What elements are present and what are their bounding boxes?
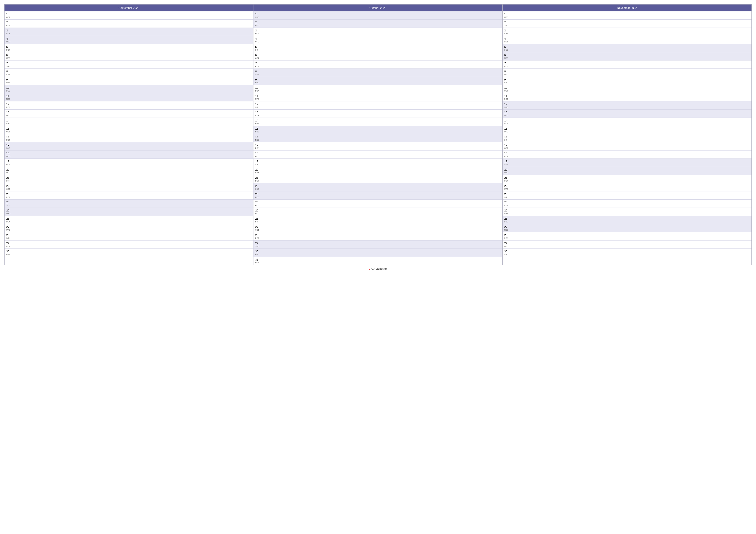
day-row: 25NED [5, 208, 253, 216]
day-number: 16 [6, 135, 252, 139]
day-name: NED [6, 155, 252, 158]
day-number: 3 [504, 29, 751, 33]
day-row: 16PET [5, 134, 253, 142]
day-name: PON [255, 262, 501, 264]
day-row: 2PET [5, 20, 253, 28]
day-name: PON [504, 122, 751, 125]
day-row: 20NED [502, 167, 751, 175]
day-name: UTO [6, 114, 252, 117]
day-number: 7 [255, 62, 501, 65]
day-row: 7PET [254, 61, 502, 69]
day-number: 21 [504, 176, 751, 180]
day-row: 13UTO [5, 110, 253, 118]
day-number: 11 [504, 94, 751, 98]
day-name: UTO [504, 131, 751, 133]
day-name: SRI [504, 253, 751, 256]
day-row: 11NED [5, 93, 253, 101]
day-row: 13ČET [254, 110, 502, 118]
day-name: PET [6, 253, 252, 256]
day-row: 3PON [254, 28, 502, 36]
day-number: 24 [255, 200, 501, 204]
day-name: NED [504, 229, 751, 231]
day-number: 24 [6, 200, 252, 204]
day-number: 18 [504, 151, 751, 155]
day-row: 1ČET [5, 12, 253, 20]
day-number: 2 [6, 20, 252, 24]
day-row: 25PET [502, 208, 751, 216]
day-number: 18 [255, 151, 501, 155]
day-row: 1SUB [254, 12, 502, 20]
day-row: 11PET [502, 93, 751, 101]
day-name: UTO [6, 172, 252, 174]
day-row: 29ČET [5, 241, 253, 249]
day-number: 13 [6, 111, 252, 114]
day-number: 17 [6, 143, 252, 147]
day-number: 30 [6, 249, 252, 253]
day-row: 22ČET [5, 183, 253, 191]
day-row: 30NED [254, 249, 502, 257]
day-number: 9 [6, 78, 252, 82]
day-name: UTO [504, 188, 751, 191]
day-row: 7PON [502, 61, 751, 69]
day-name: SUB [255, 16, 501, 18]
day-number: 31 [255, 258, 501, 262]
day-row: 16NED [254, 134, 502, 142]
day-name: SUB [504, 164, 751, 166]
day-name: ČET [6, 131, 252, 133]
day-row: 3SUB [5, 28, 253, 36]
day-row: 6ČET [254, 52, 502, 61]
day-name: SUB [504, 49, 751, 51]
day-row: 18UTO [254, 150, 502, 159]
day-number: 12 [255, 102, 501, 106]
day-number: 11 [255, 94, 501, 98]
day-name: SRI [504, 24, 751, 27]
footer: 7 CALENDAR [4, 265, 752, 272]
day-name: PET [6, 24, 252, 27]
day-row: 7SRI [5, 61, 253, 69]
day-row: 27UTO [5, 224, 253, 232]
day-name: UTO [255, 213, 501, 215]
day-number: 26 [255, 217, 501, 221]
day-name: SRI [6, 237, 252, 240]
day-number: 18 [6, 151, 252, 155]
day-row: 10ČET [502, 85, 751, 93]
day-number: 14 [255, 119, 501, 122]
day-row: 20UTO [5, 167, 253, 175]
day-row: 8ČET [5, 69, 253, 77]
day-row: 17PON [254, 142, 502, 150]
calendar-container: Septembar 20221ČET2PET3SUB4NED5PON6UTO7S… [0, 0, 756, 276]
day-number: 3 [255, 29, 501, 33]
day-row: 14SRI [5, 118, 253, 126]
day-row: 24SUB [5, 200, 253, 208]
day-number: 12 [504, 102, 751, 106]
day-number: 9 [504, 78, 751, 82]
day-number: 26 [504, 217, 751, 221]
day-name: ČET [6, 188, 252, 191]
day-name: SRI [504, 196, 751, 198]
day-name: PET [255, 65, 501, 67]
day-name: ČET [255, 172, 501, 174]
day-name: PON [6, 221, 252, 223]
day-row: 20ČET [254, 167, 502, 175]
day-number: 21 [6, 176, 252, 180]
day-name: SRI [6, 65, 252, 67]
day-name: SRI [504, 82, 751, 84]
day-number: 22 [6, 184, 252, 188]
day-row: 28PET [254, 232, 502, 241]
day-name: ČET [504, 33, 751, 35]
day-number: 27 [6, 225, 252, 229]
day-number: 29 [255, 242, 501, 245]
day-name: SRI [6, 122, 252, 125]
day-name: ČET [6, 73, 252, 76]
day-number: 15 [504, 127, 751, 131]
day-row: 14PET [254, 118, 502, 126]
day-number: 21 [255, 176, 501, 180]
day-name: NED [6, 213, 252, 215]
day-name: NED [6, 98, 252, 100]
day-row: 22SUB [254, 183, 502, 191]
day-row: 5SRI [254, 44, 502, 52]
day-name: UTO [255, 98, 501, 100]
day-row: 27NED [502, 224, 751, 232]
day-number: 7 [504, 62, 751, 65]
day-row: 26SUB [502, 216, 751, 224]
